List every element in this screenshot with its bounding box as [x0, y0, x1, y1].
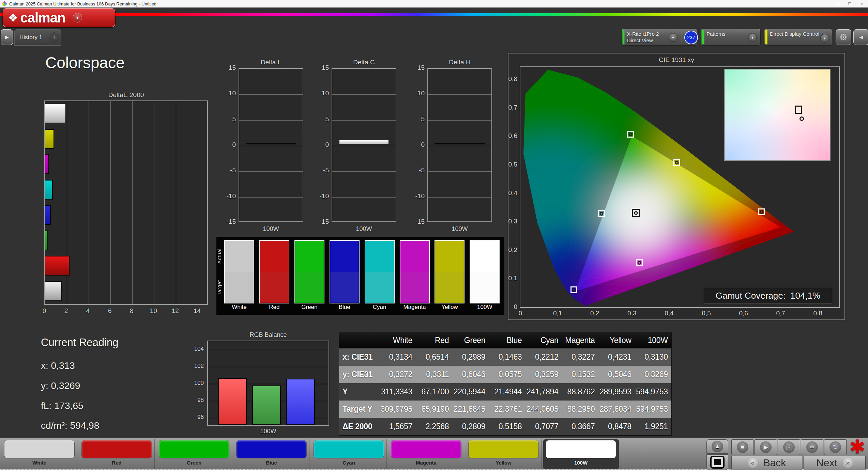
- table-cell: 0,3272: [379, 366, 416, 383]
- pattern-button-blue[interactable]: Blue: [234, 439, 309, 469]
- settings-gear-button[interactable]: ⚙: [836, 29, 851, 45]
- table-cell: 0,2212: [525, 348, 562, 366]
- patterns-dropdown[interactable]: Patterns ▼: [701, 29, 761, 46]
- meter-label: X-Rite i1Pro 2 Direct View: [627, 31, 659, 44]
- deltae-bar-yellow: [45, 129, 54, 149]
- pattern-swatch: [546, 440, 616, 458]
- deltae-bar-magenta: [45, 154, 49, 174]
- pattern-button-yellow[interactable]: Yellow: [466, 439, 542, 469]
- table-cell: 1,5657: [379, 418, 416, 435]
- y-tick: 10: [221, 90, 236, 97]
- pattern-button-magenta[interactable]: Magenta: [389, 439, 464, 469]
- target-label: Target: [216, 272, 223, 303]
- y-tick: 0: [221, 141, 236, 148]
- pattern-bar-expand-button[interactable]: ▲: [706, 439, 728, 454]
- pattern-window-button[interactable]: [706, 454, 728, 470]
- up-arrow-icon: ▲: [712, 441, 723, 452]
- pattern-label: Blue: [234, 460, 309, 466]
- maximize-button[interactable]: □: [843, 0, 856, 7]
- strip-label: Red: [259, 304, 289, 312]
- notification-asterisk-icon[interactable]: ✱: [849, 436, 865, 458]
- table-cell: 0,3134: [379, 348, 416, 366]
- stop-icon: ■: [737, 441, 748, 453]
- table-col-header: Red: [416, 332, 452, 348]
- patterns-dropdown-arrow-icon[interactable]: ▼: [748, 33, 757, 42]
- meter-dropdown[interactable]: X-Rite i1Pro 2 Direct View ▼ 237: [621, 29, 697, 46]
- cie-dot-magenta: [638, 261, 641, 265]
- strip-target: [365, 272, 394, 303]
- cie-point-yellow: [673, 159, 680, 166]
- gridline: [428, 146, 491, 146]
- gridline: [239, 94, 303, 95]
- delta-l-title: Delta L: [239, 59, 303, 66]
- table-cell: 88,8762: [562, 383, 598, 401]
- close-button[interactable]: ×: [856, 0, 868, 7]
- table-col-header: White: [379, 332, 416, 348]
- gridline: [208, 367, 329, 367]
- meter-count-badge[interactable]: 237: [684, 31, 698, 44]
- strip-actual: [400, 241, 429, 272]
- reading-cdm2-value: 594,98: [70, 420, 100, 431]
- y-tick: 15: [221, 64, 236, 72]
- refresh-icon: ↻: [829, 441, 841, 453]
- actual-target-strip: Actual Target WhiteRedGreenBlueCyanMagen…: [216, 237, 504, 315]
- tab-history-1[interactable]: History 1 +: [14, 29, 61, 46]
- pattern-swatch: [4, 440, 74, 458]
- delta-l-chart: [239, 68, 303, 222]
- stop-button[interactable]: ■: [731, 439, 754, 455]
- cie-dot-cyan: [600, 212, 604, 215]
- y-tick: 0,2: [508, 246, 517, 254]
- meter-dropdown-arrow-icon[interactable]: ▼: [669, 33, 677, 42]
- strip-label: Green: [294, 304, 324, 312]
- y-tick: 15: [410, 64, 425, 72]
- app-surface: ❖ calman ▼ ▶ History 1 + X-Rite i1Pro 2 …: [0, 7, 868, 470]
- refresh-button[interactable]: ↻: [824, 439, 847, 455]
- table-cell: 0,5158: [489, 418, 525, 435]
- pattern-swatch: [159, 440, 229, 458]
- history-play-button[interactable]: ▶: [1, 29, 13, 45]
- y-tick: -15: [314, 218, 329, 225]
- infinity-icon: ∞: [806, 441, 818, 453]
- cie-point-magenta: [636, 259, 643, 266]
- pattern-button-red[interactable]: Red: [79, 439, 155, 469]
- table-cell: 65,9190: [416, 401, 452, 418]
- table-cell: 0,6046: [452, 366, 489, 383]
- pattern-button-green[interactable]: Green: [156, 439, 232, 469]
- add-tab-button[interactable]: +: [49, 32, 60, 43]
- rgb-balance-y-axis: 1041021009896: [177, 341, 204, 426]
- table-cell: 0,3311: [416, 366, 452, 383]
- strip-label: White: [224, 304, 254, 312]
- collapse-toolbar-button[interactable]: ◀: [853, 29, 868, 45]
- pattern-button-white[interactable]: White: [2, 439, 77, 469]
- pattern-button-100w[interactable]: 100W: [543, 439, 619, 469]
- play-button[interactable]: ▶: [755, 439, 777, 455]
- gridline: [239, 171, 303, 172]
- table-cell: 241,7894: [525, 383, 562, 401]
- table-cell: 0,3269: [635, 366, 671, 383]
- x-tick: 6: [103, 307, 117, 315]
- table-cell: 0,8478: [598, 418, 635, 435]
- back-button[interactable]: « Back: [731, 456, 802, 470]
- reading-y: y: 0,3269: [41, 380, 80, 391]
- inset-reading-marker: [800, 116, 804, 121]
- calman-menu-arrow-icon[interactable]: ▼: [73, 13, 82, 22]
- x-tick: 0,5: [698, 310, 715, 317]
- strip-swatch-yellow: [435, 240, 465, 303]
- x-tick: 10: [147, 307, 160, 315]
- table-cell: 88,2950: [562, 401, 598, 418]
- delta-l-x-label: 100W: [239, 225, 303, 233]
- strip-actual: [225, 241, 254, 272]
- table-cell: 0,3667: [562, 418, 598, 435]
- strip-swatch-100w: [470, 240, 500, 303]
- minimize-button[interactable]: –: [831, 0, 843, 7]
- cie-dot-yellow: [675, 161, 679, 164]
- pattern-button-cyan[interactable]: Cyan: [311, 439, 387, 469]
- display-control-dropdown[interactable]: Direct Display Control ▼: [764, 29, 832, 46]
- calman-menu-button[interactable]: ❖ calman ▼: [3, 8, 115, 27]
- read-series-button[interactable]: [··]: [778, 439, 800, 455]
- continuous-read-button[interactable]: ∞: [801, 439, 823, 455]
- history-tab-label: History 1: [15, 34, 48, 41]
- table-cell: 0,0575: [489, 366, 525, 383]
- display-control-arrow-icon[interactable]: ▼: [820, 34, 829, 43]
- next-button[interactable]: Next »: [804, 456, 866, 470]
